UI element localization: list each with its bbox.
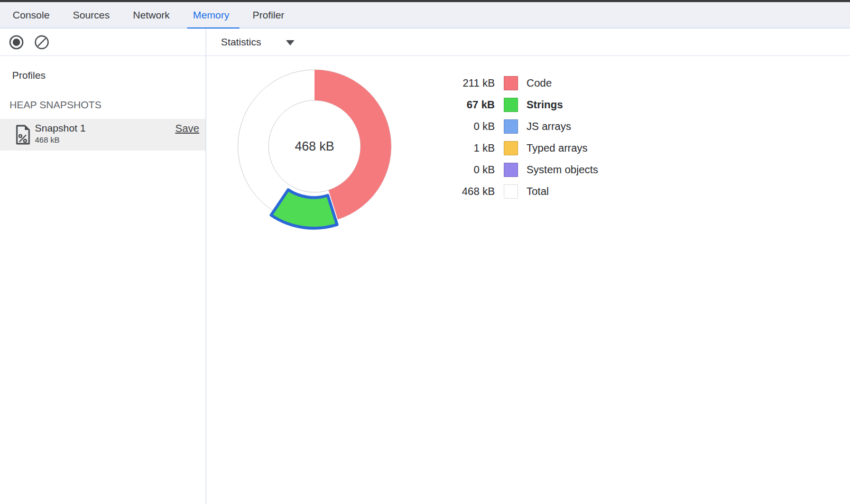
clear-icon: [34, 35, 49, 50]
snapshot-list-item[interactable]: Snapshot 1 468 kB Save: [0, 119, 206, 151]
legend-label: Strings: [526, 99, 563, 111]
tab-profiler[interactable]: Profiler: [241, 2, 296, 29]
snapshot-title: Snapshot 1: [35, 123, 86, 134]
legend-label: Code: [526, 77, 552, 89]
heap-snapshots-section-title: HEAP SNAPSHOTS: [10, 99, 101, 111]
legend-swatch-typed-arrays: [504, 141, 518, 155]
legend-value: 468 kB: [447, 185, 495, 198]
perspective-select-value: Statistics: [221, 36, 261, 48]
chart-legend: 211 kB Code 67 kB Strings 0 kB JS arrays…: [447, 72, 598, 202]
legend-swatch-total: [504, 184, 518, 199]
legend-swatch-code: [504, 76, 518, 90]
legend-value: 67 kB: [447, 99, 495, 111]
save-snapshot-link[interactable]: Save: [175, 123, 199, 135]
legend-swatch-js-arrays: [504, 119, 518, 134]
profiles-title: Profiles: [12, 70, 45, 81]
legend-value: 0 kB: [447, 120, 495, 133]
donut-center-label: 468 kB: [295, 139, 335, 153]
heap-snapshot-icon: [15, 125, 30, 145]
legend-label: Typed arrays: [526, 142, 588, 154]
donut-segment-strings[interactable]: [271, 190, 337, 228]
record-button[interactable]: [9, 35, 24, 50]
legend-row-code[interactable]: 211 kB Code: [447, 72, 598, 94]
clear-button[interactable]: [34, 35, 49, 50]
legend-value: 1 kB: [447, 142, 495, 154]
devtools-window: Console Sources Network Memory Profiler …: [0, 0, 850, 504]
legend-label: Total: [526, 185, 549, 198]
legend-label: JS arrays: [526, 120, 571, 133]
legend-swatch-system-objects: [504, 163, 518, 177]
legend-row-typed-arrays[interactable]: 1 kB Typed arrays: [447, 137, 598, 159]
legend-row-js-arrays[interactable]: 0 kB JS arrays: [447, 116, 598, 137]
snapshot-size: 468 kB: [35, 135, 60, 144]
legend-row-system-objects[interactable]: 0 kB System objects: [447, 159, 598, 181]
legend-label: System objects: [526, 164, 598, 176]
devtools-tabbar: Console Sources Network Memory Profiler: [0, 2, 850, 29]
legend-row-total[interactable]: 468 kB Total: [447, 181, 598, 202]
legend-swatch-strings: [504, 98, 518, 112]
tab-memory[interactable]: Memory: [181, 2, 241, 29]
record-icon: [9, 35, 24, 50]
heap-usage-donut-chart[interactable]: 468 kB: [227, 61, 402, 243]
tab-console[interactable]: Console: [1, 2, 61, 29]
perspective-select[interactable]: Statistics: [221, 29, 294, 55]
tab-network[interactable]: Network: [121, 2, 181, 29]
memory-toolbar: [0, 29, 850, 56]
chevron-down-icon: [286, 40, 294, 45]
tab-sources[interactable]: Sources: [61, 2, 122, 29]
legend-value: 0 kB: [447, 164, 495, 176]
legend-row-strings[interactable]: 67 kB Strings: [447, 94, 598, 116]
legend-value: 211 kB: [447, 77, 495, 89]
